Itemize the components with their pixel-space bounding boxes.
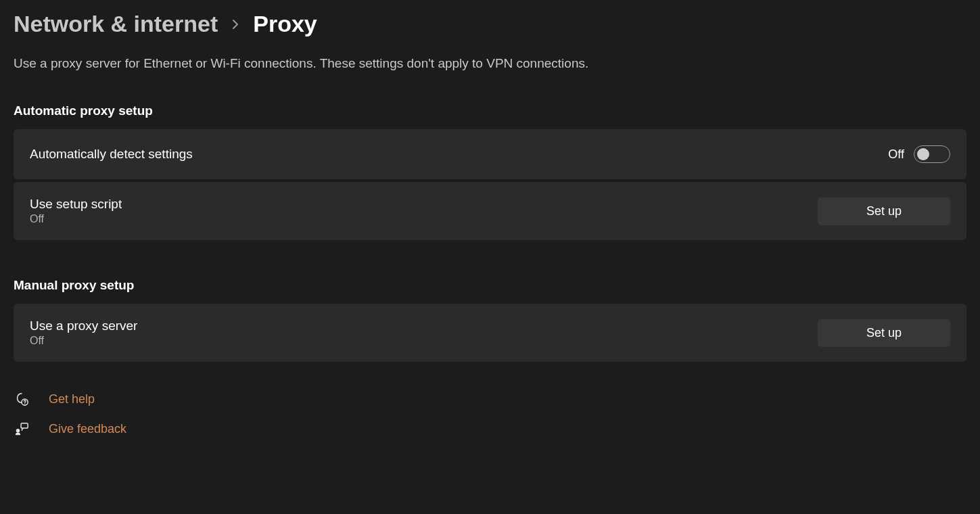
proxy-server-label: Use a proxy server <box>30 319 137 333</box>
row-setup-script: Use setup script Off Set up <box>14 182 966 240</box>
setup-script-label: Use setup script <box>30 197 122 212</box>
give-feedback-link[interactable]: Give feedback <box>14 421 966 436</box>
feedback-icon <box>14 421 30 436</box>
toggle-knob <box>917 148 929 160</box>
auto-detect-state: Off <box>888 147 904 162</box>
setup-script-status: Off <box>30 213 122 225</box>
section-title-automatic: Automatic proxy setup <box>14 103 966 118</box>
give-feedback-label: Give feedback <box>49 422 126 436</box>
setup-script-button[interactable]: Set up <box>818 197 950 225</box>
help-icon <box>14 392 30 406</box>
proxy-server-setup-button[interactable]: Set up <box>818 319 950 347</box>
auto-detect-toggle[interactable] <box>914 145 950 163</box>
svg-point-2 <box>16 429 20 433</box>
breadcrumb-parent-link[interactable]: Network & internet <box>14 11 218 37</box>
footer-links: Get help Give feedback <box>14 392 966 436</box>
section-title-manual: Manual proxy setup <box>14 278 966 293</box>
get-help-label: Get help <box>49 392 95 406</box>
breadcrumb: Network & internet Proxy <box>14 11 966 37</box>
row-proxy-server: Use a proxy server Off Set up <box>14 304 966 362</box>
auto-detect-label: Automatically detect settings <box>30 147 193 162</box>
row-auto-detect: Automatically detect settings Off <box>14 129 966 179</box>
chevron-right-icon <box>230 19 241 30</box>
page-description: Use a proxy server for Ethernet or Wi-Fi… <box>14 56 966 71</box>
page-title: Proxy <box>253 11 317 37</box>
svg-rect-3 <box>21 423 28 428</box>
get-help-link[interactable]: Get help <box>14 392 966 406</box>
proxy-server-status: Off <box>30 335 137 347</box>
svg-point-1 <box>24 403 25 404</box>
